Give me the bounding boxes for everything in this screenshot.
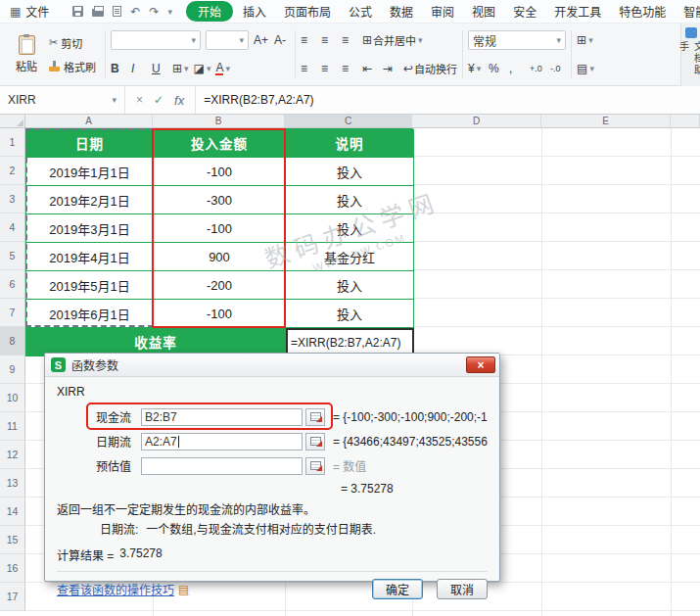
cancel-entry-icon[interactable]: × [136,93,143,107]
paste-button[interactable]: 粘贴 [8,33,45,75]
tab-data[interactable]: 数据 [382,0,421,23]
merge-center-button[interactable]: ⊞ 合并居中 ▾ [362,32,423,48]
tab-security[interactable]: 安全 [505,0,544,23]
increase-font-button[interactable]: A+ [254,33,269,47]
column-header-c[interactable]: C [285,115,412,128]
tab-smart-toolbox[interactable]: 智能工具箱 [676,0,700,23]
italic-button[interactable]: I [131,62,147,75]
insert-function-icon[interactable]: fx [174,93,184,108]
header-cell-note[interactable]: 说明 [286,129,414,158]
row-header-2[interactable]: 2 [0,157,25,185]
print-preview-icon[interactable] [113,6,121,17]
range-picker-button[interactable] [305,457,325,475]
quick-access-dropdown-icon[interactable]: ▾ [167,7,172,17]
wrap-text-button[interactable]: ↩ 自动换行 [403,61,457,76]
align-center-button[interactable]: ≡ [321,62,337,75]
increase-indent-button[interactable]: ⇥ [383,62,398,75]
select-all-corner[interactable] [0,115,25,128]
date-cell[interactable]: 2019年2月1日 [26,186,154,214]
function-help-link[interactable]: 查看该函数的操作技巧 ▤ [57,581,189,597]
amount-cell[interactable]: -300 [154,186,286,214]
note-cell[interactable]: 投入 [286,300,414,328]
amount-cell[interactable]: 900 [154,243,286,271]
tab-developer[interactable]: 开发工具 [546,0,609,23]
align-right-button[interactable]: ≡ [342,62,357,75]
redo-icon[interactable]: ↷ [149,5,159,19]
fill-color-button[interactable]: ◪▾ [194,62,211,75]
print-icon[interactable] [92,9,104,17]
tab-insert[interactable]: 插入 [235,0,274,23]
row-header-7[interactable]: 7 [0,299,25,327]
save-icon[interactable] [72,6,83,17]
tab-special-features[interactable]: 特色功能 [611,0,674,23]
note-cell[interactable]: 基金分红 [286,243,414,271]
row-header-10[interactable]: 10 [0,384,25,412]
guess-input[interactable] [141,457,303,475]
row-header-11[interactable]: 11 [0,412,25,441]
ok-button[interactable]: 确定 [372,579,423,599]
confirm-entry-icon[interactable]: ✓ [154,93,163,107]
dates-range-input[interactable]: A2:A7 [141,433,303,450]
row-header-15[interactable]: 15 [0,526,25,554]
comma-style-button[interactable]: , [509,62,525,75]
row-header-1[interactable]: 1 [0,128,25,157]
align-top-button[interactable]: ≡ [301,33,316,47]
file-menu-button[interactable]: ▦ 文件 [0,0,59,23]
number-format-select[interactable]: 常规 ▾ [468,30,566,50]
date-cell[interactable]: 2019年5月1日 [26,271,154,300]
amount-cell[interactable]: -100 [154,214,286,243]
row-header-8[interactable]: 8 [0,327,25,355]
row-header-5[interactable]: 5 [0,242,25,270]
format-painter-button[interactable]: 格式刷 [45,55,100,78]
name-box[interactable]: XIRR ▾ [0,86,125,114]
header-cell-date[interactable]: 日期 [26,129,154,158]
column-header-a[interactable]: A [25,115,153,128]
font-color-button[interactable]: A▾ [215,63,231,75]
conditional-format-button[interactable]: ⊞▾ [577,33,593,47]
underline-button[interactable]: U [152,62,167,75]
note-cell[interactable]: 投入 [286,158,414,186]
row-header-3[interactable]: 3 [0,185,25,213]
decrease-decimal-button[interactable]: -.0 [550,64,566,73]
values-range-input[interactable]: B2:B7 [141,408,303,426]
amount-cell[interactable]: -100 [154,158,286,186]
bold-button[interactable]: B [111,62,126,75]
row-header-16[interactable]: 16 [0,554,25,583]
currency-button[interactable]: ¥▾ [468,62,484,75]
tab-home[interactable]: 开始 [186,1,233,22]
date-cell[interactable]: 2019年3月1日 [26,214,154,243]
range-picker-button[interactable] [305,433,325,450]
row-header-17[interactable]: 17 [0,583,25,611]
align-left-button[interactable]: ≡ [301,62,316,75]
formula-input[interactable]: =XIRR(B2:B7,A2:A7) [196,86,700,114]
note-cell[interactable]: 投入 [286,271,414,300]
decrease-font-button[interactable]: A- [274,33,290,47]
close-button[interactable]: × [466,356,495,373]
amount-cell[interactable]: -100 [154,300,286,328]
borders-button[interactable]: ⊞▾ [172,62,189,75]
tab-formulas[interactable]: 公式 [341,0,380,23]
row-header-9[interactable]: 9 [0,355,25,384]
decrease-indent-button[interactable]: ⇤ [362,62,378,75]
table-style-button[interactable]: ▤▾ [577,62,594,75]
column-header-b[interactable]: B [153,115,285,128]
column-header-d[interactable]: D [412,115,541,128]
range-picker-button[interactable] [305,408,325,426]
note-cell[interactable]: 投入 [286,186,414,214]
tab-view[interactable]: 视图 [464,0,503,23]
font-size-select[interactable]: ▾ [206,30,249,50]
column-header-e[interactable]: E [541,115,671,128]
date-cell[interactable]: 2019年4月1日 [26,243,154,271]
row-header-4[interactable]: 4 [0,213,25,242]
header-cell-amount[interactable]: 投入金额 [154,129,286,158]
note-cell[interactable]: 投入 [286,214,414,243]
align-bottom-button[interactable]: ≡ [342,33,357,47]
percent-button[interactable]: % [489,62,504,75]
date-cell[interactable]: 2019年1月1日 [26,158,154,186]
column-header-partial[interactable] [671,115,700,128]
date-cell[interactable]: 2019年6月1日 [26,300,154,328]
tab-page-layout[interactable]: 页面布局 [276,0,339,23]
row-header-13[interactable]: 13 [0,469,25,498]
doc-assistant-panel-button[interactable]: 文档助手 [680,24,700,86]
tab-review[interactable]: 审阅 [423,0,462,23]
